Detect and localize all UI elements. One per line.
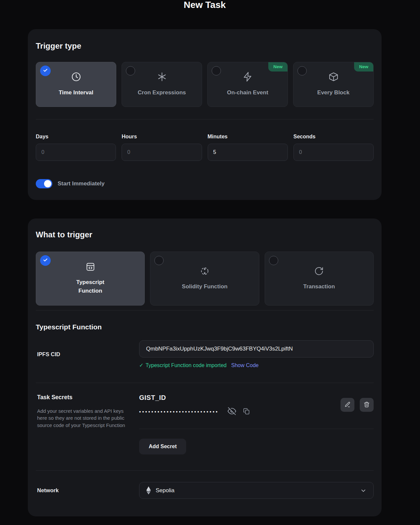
show-code-link[interactable]: Show Code [231,362,259,368]
add-secret-button[interactable]: Add Secret [139,439,186,454]
ipfs-cid-label: IPFS CID [36,351,139,358]
hours-label: Hours [122,134,202,140]
trigger-option-label: On-chain Event [227,88,268,97]
check-icon [42,257,48,264]
trigger-action-label: Transaction [303,282,335,291]
new-badge: New [268,62,288,72]
task-secrets-row: Task Secrets Add your secret variables a… [36,394,374,454]
new-task-page: New Task Trigger type Time Interval [0,0,420,525]
cube-icon [328,72,339,83]
edit-secret-button[interactable] [341,398,354,412]
start-immediately-row: Start Immediately [36,179,374,188]
start-immediately-label: Start Immediately [58,180,105,187]
trigger-action-label: Typescript Function [66,278,115,296]
code-window-icon [85,262,95,273]
import-status-text: Typescript Function code imported [145,362,227,368]
task-secrets-heading: Task Secrets [37,394,139,401]
toggle-knob [44,180,51,187]
selected-check-badge [40,66,51,76]
ipfs-cid-field-wrap: ✓ Typescript Function code imported Show… [139,340,374,368]
ipfs-cid-row: IPFS CID ✓ Typescript Function code impo… [36,340,374,368]
trigger-option-every-block[interactable]: New Every Block [293,62,374,107]
secret-name: GIST_ID [139,394,374,402]
scan-icon [200,266,210,277]
trigger-type-options: Time Interval Cron Expressions New On-ch… [36,62,374,107]
task-secrets-content: GIST_ID •••••••••••••••••••••••••• [139,394,374,454]
refresh-icon [314,266,324,277]
minutes-field-group: Minutes [208,134,288,161]
ipfs-cid-input[interactable] [139,340,374,358]
check-icon [42,67,48,74]
trigger-option-label: Every Block [317,88,349,97]
what-to-trigger-heading: What to trigger [36,230,374,240]
secret-actions [341,398,374,412]
trigger-option-label: Time Interval [59,88,93,97]
trigger-type-section: Trigger type Time Interval Cron Exp [28,29,382,200]
minutes-input[interactable] [208,144,288,161]
network-selected-value: Sepolia [156,487,175,494]
hours-field-group: Hours [122,134,202,161]
days-input[interactable] [36,144,116,161]
trash-icon [363,401,370,409]
radio-unselected [126,66,135,75]
selected-check-badge [40,255,51,266]
typescript-function-heading: Typescript Function [36,323,374,331]
seconds-input[interactable] [293,144,374,161]
check-glyph: ✓ [139,362,143,368]
trigger-action-transaction[interactable]: Transaction [265,252,374,306]
clock-icon [71,72,81,83]
trigger-option-cron-expressions[interactable]: Cron Expressions [122,62,202,107]
network-label: Network [36,487,139,494]
page-title: New Task [28,0,382,10]
trigger-action-typescript-function[interactable]: Typescript Function [36,252,145,306]
start-immediately-toggle[interactable] [36,179,52,188]
days-field-group: Days [36,134,116,161]
pencil-icon [344,401,351,409]
ethereum-icon [146,486,151,495]
minutes-label: Minutes [208,134,288,140]
days-label: Days [36,134,116,140]
task-secrets-info: Task Secrets Add your secret variables a… [36,394,139,429]
delete-secret-button[interactable] [360,398,374,412]
divider [36,470,374,471]
trigger-option-time-interval[interactable]: Time Interval [36,62,116,107]
trigger-action-label: Solidity Function [182,282,228,291]
radio-unselected [297,66,307,75]
interval-fields: Days Hours Minutes Seconds [36,134,374,161]
import-status-line: ✓ Typescript Function code imported Show… [139,362,374,368]
network-row: Network Sepolia [36,482,374,499]
radio-unselected [154,256,164,265]
divider [36,383,374,383]
trigger-type-heading: Trigger type [36,41,374,51]
seconds-field-group: Seconds [293,134,374,161]
copy-secret-button[interactable] [243,407,250,416]
chevron-down-icon [360,487,367,494]
asterisk-icon [157,72,167,83]
radio-unselected [212,66,221,75]
eye-off-icon [228,407,236,416]
trigger-option-label: Cron Expressions [138,88,186,97]
divider [36,310,374,310]
trigger-action-solidity-function[interactable]: Solidity Function [150,252,259,306]
hours-input[interactable] [122,144,202,161]
new-badge: New [354,62,373,72]
secret-value-row: •••••••••••••••••••••••••• [139,407,374,416]
divider [139,429,374,429]
trigger-option-onchain-event[interactable]: New On-chain Event [207,62,288,107]
task-secrets-description: Add your secret variables and API keys h… [37,407,129,429]
seconds-label: Seconds [293,134,374,140]
what-to-trigger-options: Typescript Function Solidity Function Tr… [36,252,374,306]
radio-unselected [269,256,278,265]
toggle-secret-visibility-button[interactable] [228,407,236,416]
what-to-trigger-section: What to trigger Typescript Function [28,218,382,516]
divider [36,119,374,119]
copy-icon [243,407,250,416]
secret-masked-value: •••••••••••••••••••••••••• [139,407,219,416]
lightning-icon [242,72,253,83]
network-select[interactable]: Sepolia [139,482,374,499]
